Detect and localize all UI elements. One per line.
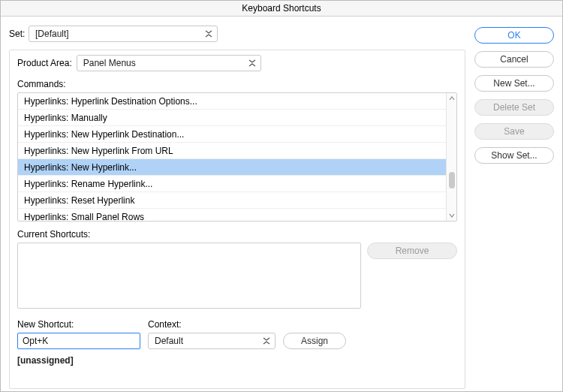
main-fieldset: Product Area: Panel Menus Commands: Hype… [9, 50, 465, 389]
set-label: Set: [9, 29, 29, 39]
scrollbar[interactable] [446, 93, 456, 221]
list-item[interactable]: Hyperlinks: Hyperlink Destination Option… [18, 93, 446, 110]
list-item[interactable]: Hyperlinks: New Hyperlink Destination... [18, 126, 446, 143]
set-select-value: [Default] [35, 29, 69, 39]
show-set-button[interactable]: Show Set... [474, 147, 554, 164]
chevron-down-icon [248, 59, 256, 67]
product-area-value: Panel Menus [83, 58, 136, 68]
right-column: OK Cancel New Set... Delete Set Save Sho… [474, 26, 554, 389]
scroll-up-icon[interactable] [447, 93, 456, 104]
product-area-row: Product Area: Panel Menus [17, 55, 457, 71]
remove-wrap: Remove [367, 229, 457, 259]
scroll-down-icon[interactable] [447, 210, 456, 221]
new-shortcut-label: New Shortcut: [17, 319, 140, 330]
set-row: Set: [Default] [9, 26, 465, 42]
context-label: Context: [148, 319, 275, 330]
new-shortcut-row: New Shortcut: Context: Default Assign [17, 319, 457, 349]
set-select[interactable]: [Default] [29, 26, 218, 42]
context-col: Context: Default [148, 319, 275, 349]
new-shortcut-col: New Shortcut: [17, 319, 140, 349]
context-value: Default [155, 336, 183, 346]
ok-button[interactable]: OK [474, 27, 554, 44]
product-area-label: Product Area: [17, 58, 72, 68]
product-area-select[interactable]: Panel Menus [77, 55, 261, 71]
context-select[interactable]: Default [148, 333, 275, 349]
assign-button[interactable]: Assign [283, 333, 346, 349]
commands-label: Commands: [17, 79, 457, 89]
new-shortcut-input[interactable] [17, 333, 140, 349]
current-shortcuts-row: Current Shortcuts: Remove [17, 229, 457, 309]
status-text: [unassigned] [17, 355, 457, 366]
delete-set-button[interactable]: Delete Set [474, 99, 554, 116]
new-set-button[interactable]: New Set... [474, 75, 554, 92]
remove-button[interactable]: Remove [367, 243, 457, 259]
list-item[interactable]: Hyperlinks: Rename Hyperlink... [18, 176, 446, 192]
save-button[interactable]: Save [474, 123, 554, 140]
current-shortcuts-label: Current Shortcuts: [17, 229, 361, 240]
current-shortcuts-list[interactable] [17, 243, 361, 309]
list-item[interactable]: Hyperlinks: Manually [18, 110, 446, 126]
current-shortcuts-area: Current Shortcuts: [17, 229, 361, 309]
commands-listbox[interactable]: Hyperlinks: Hyperlink Destination Option… [17, 92, 457, 222]
chevron-down-icon [263, 337, 270, 345]
list-item[interactable]: Hyperlinks: New Hyperlink... [18, 159, 446, 176]
scroll-thumb[interactable] [449, 172, 455, 188]
chevron-down-icon [205, 30, 212, 38]
list-item[interactable]: Hyperlinks: Reset Hyperlink [18, 192, 446, 209]
dialog-body: Set: [Default] Product Area: Panel Menus… [0, 17, 563, 392]
left-column: Set: [Default] Product Area: Panel Menus… [9, 26, 465, 389]
list-item[interactable]: Hyperlinks: New Hyperlink From URL [18, 143, 446, 159]
list-item[interactable]: Hyperlinks: Small Panel Rows [18, 209, 446, 221]
dialog-title: Keyboard Shortcuts [0, 0, 563, 17]
commands-list: Hyperlinks: Hyperlink Destination Option… [18, 93, 446, 221]
cancel-button[interactable]: Cancel [474, 51, 554, 68]
